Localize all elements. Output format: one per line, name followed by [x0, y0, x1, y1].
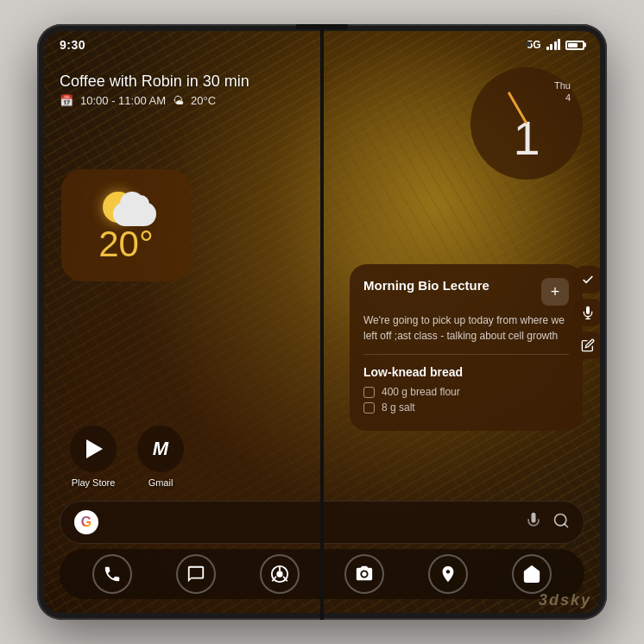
- watermark: 3dsky: [539, 591, 591, 609]
- list-item: 8 g salt: [363, 401, 569, 414]
- dock-chrome[interactable]: [260, 554, 300, 594]
- side-mic-button[interactable]: [574, 299, 600, 326]
- battery-icon: [565, 41, 584, 50]
- play-triangle-icon: [86, 439, 103, 458]
- calendar-temp: 20°C: [191, 94, 216, 107]
- battery-fill: [568, 43, 578, 47]
- weather-widget[interactable]: 20°: [61, 169, 191, 281]
- calendar-event-title: Coffee with Robin in 30 min: [60, 73, 249, 91]
- status-icons: 5G: [527, 39, 584, 51]
- playstore-label: Play Store: [72, 477, 116, 488]
- app-icon-playstore[interactable]: Play Store: [70, 426, 117, 488]
- gmail-icon-bg: M: [137, 426, 184, 472]
- side-check-button[interactable]: [574, 266, 600, 294]
- checkbox-1[interactable]: [363, 387, 375, 398]
- calendar-icon: 📅: [60, 94, 73, 107]
- front-camera: [526, 41, 531, 47]
- notes-header: Morning Bio Lecture +: [363, 278, 569, 306]
- side-actions: [574, 266, 600, 359]
- phone-device: 9:30 5G Coffee with Robin in 30 min 📅 10…: [37, 24, 607, 620]
- signal-icon: [546, 40, 561, 50]
- notes-body: We're going to pick up today from where …: [363, 313, 569, 344]
- signal-bar-4: [558, 39, 560, 50]
- weather-temperature: 20°: [98, 226, 154, 262]
- g-letter: G: [81, 515, 92, 530]
- weather-content: 20°: [96, 188, 156, 262]
- dock-home[interactable]: [512, 554, 552, 594]
- weather-icon: [96, 192, 156, 226]
- calendar-time-range: 10:00 - 11:00 AM: [80, 94, 166, 107]
- side-edit-button[interactable]: [574, 331, 600, 359]
- notes-divider: [363, 354, 569, 355]
- google-logo: G: [74, 510, 98, 534]
- weather-mini-icon: 🌤: [173, 94, 184, 107]
- dock-messages[interactable]: [176, 554, 216, 594]
- dock-maps[interactable]: [428, 554, 468, 594]
- notes-widget[interactable]: Morning Bio Lecture + We're going to pic…: [350, 264, 583, 431]
- signal-bar-2: [550, 44, 552, 50]
- list-item-text-1: 400 g bread flour: [382, 386, 460, 398]
- calendar-widget[interactable]: Coffee with Robin in 30 min 📅 10:00 - 11…: [60, 73, 249, 107]
- app-icon-gmail[interactable]: M Gmail: [137, 426, 184, 488]
- notes-add-button[interactable]: +: [541, 278, 569, 306]
- gmail-letter-icon: M: [153, 438, 168, 460]
- clock-widget[interactable]: Thu 4 1: [470, 67, 583, 180]
- app-icons-row: Play Store M Gmail: [70, 426, 184, 488]
- calendar-time-row: 📅 10:00 - 11:00 AM 🌤 20°C: [60, 94, 249, 107]
- dock-phone[interactable]: [92, 554, 132, 594]
- svg-point-4: [277, 571, 283, 577]
- status-time: 9:30: [60, 38, 85, 52]
- lens-icon[interactable]: [552, 512, 570, 534]
- mic-icon[interactable]: [525, 512, 542, 534]
- clock-face: 1: [470, 67, 583, 180]
- dock-camera[interactable]: [344, 554, 384, 594]
- checkbox-2[interactable]: [363, 402, 375, 414]
- cloud-icon: [113, 202, 156, 226]
- top-camera-bump: [296, 24, 348, 29]
- signal-bar-1: [546, 47, 549, 50]
- playstore-icon-bg: [70, 426, 117, 472]
- list-item-text-2: 8 g salt: [382, 401, 415, 414]
- list-item: 400 g bread flour: [363, 386, 569, 398]
- fold-line: [320, 24, 324, 620]
- notes-list-title: Low-knead bread: [363, 365, 569, 379]
- gmail-label: Gmail: [148, 477, 174, 488]
- signal-bar-3: [554, 41, 557, 50]
- notes-title: Morning Bio Lecture: [363, 278, 489, 293]
